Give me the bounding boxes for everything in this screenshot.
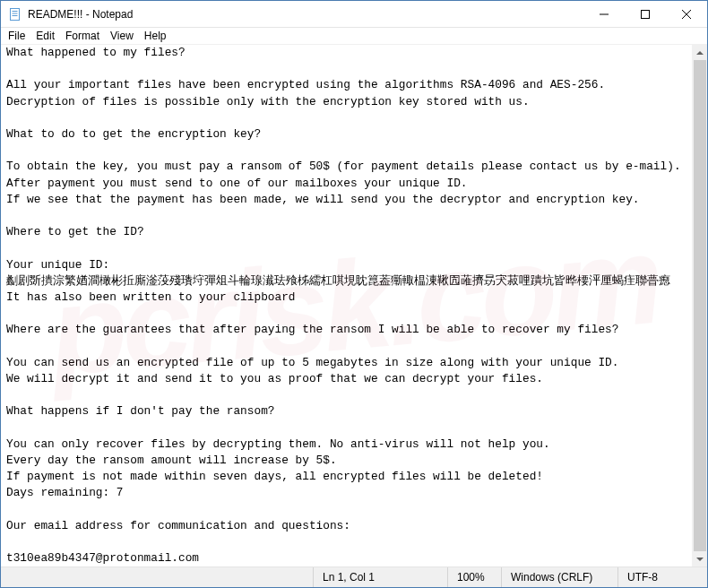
menu-bar: File Edit Format View Help [1,28,707,45]
status-bar: Ln 1, Col 1 100% Windows (CRLF) UTF-8 [1,566,707,587]
menu-format[interactable]: Format [60,29,105,43]
text-editor[interactable]: What happened to my files? All your impo… [1,45,707,566]
close-button[interactable] [666,1,707,28]
scroll-track[interactable] [693,60,707,551]
svg-rect-5 [642,10,650,18]
vertical-scrollbar[interactable] [692,45,707,566]
status-line-ending: Windows (CRLF) [501,567,617,587]
svg-rect-0 [11,8,20,20]
editor-area: What happened to my files? All your impo… [1,45,707,566]
maximize-button[interactable] [625,1,666,28]
status-encoding: UTF-8 [617,567,707,587]
status-position: Ln 1, Col 1 [313,567,447,587]
title-bar: README!!! - Notepad [1,1,707,28]
notepad-window: README!!! - Notepad File Edit Format Vie… [0,0,708,588]
scroll-down-button[interactable] [693,551,707,566]
menu-file[interactable]: File [3,29,30,43]
menu-view[interactable]: View [105,29,139,43]
minimize-button[interactable] [583,1,625,28]
menu-help[interactable]: Help [139,29,172,43]
window-title: README!!! - Notepad [28,8,133,21]
notepad-icon [8,7,22,22]
status-zoom: 100% [447,567,501,587]
scroll-thumb[interactable] [694,60,706,551]
scroll-up-button[interactable] [693,45,707,60]
menu-edit[interactable]: Edit [30,29,60,43]
